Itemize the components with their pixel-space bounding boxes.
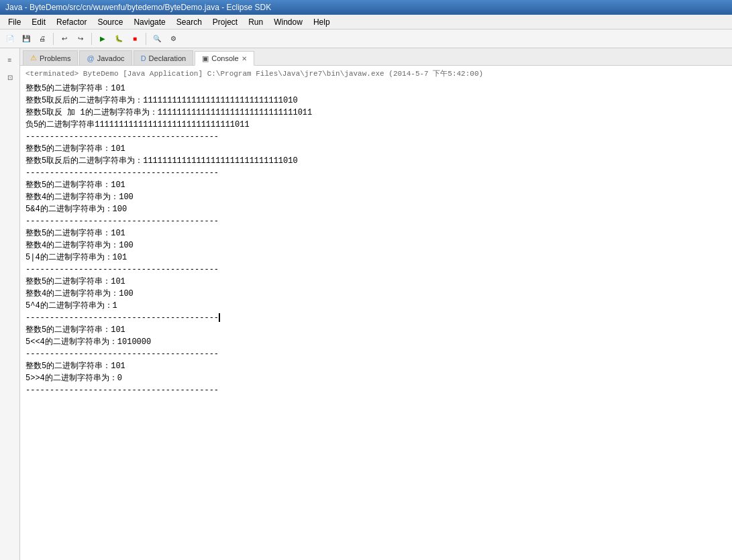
problems-icon: ⚠	[30, 54, 37, 62]
menu-source[interactable]: Source	[92, 16, 128, 28]
menu-window[interactable]: Window	[268, 16, 308, 28]
javadoc-icon: @	[87, 54, 94, 62]
console-line: ----------------------------------------	[25, 384, 727, 396]
console-icon: ▣	[202, 54, 209, 63]
console-line: 整数5的二进制字符串：101	[25, 227, 727, 239]
tab-problems[interactable]: ⚠ Problems	[23, 50, 78, 65]
console-area: <terminated> ByteDemo [Java Application]…	[20, 66, 732, 560]
toolbar: 📄 💾 🖨 ↩ ↪ ▶ 🐛 ■ 🔍 ⚙	[0, 30, 732, 48]
console-line: 整数5的二进制字符串：101	[25, 82, 727, 95]
menu-search[interactable]: Search	[171, 16, 207, 28]
tab-declaration[interactable]: D Declaration	[134, 50, 194, 65]
menu-bar: File Edit Refactor Source Navigate Searc…	[0, 15, 732, 30]
console-line: ----------------------------------------	[25, 167, 727, 179]
toolbar-undo[interactable]: ↩	[57, 32, 72, 46]
main-area: ⚠ Problems @ Javadoc D Declaration ▣ Con…	[20, 48, 732, 560]
toolbar-debug[interactable]: 🐛	[111, 32, 126, 46]
console-line: 整数5的二进制字符串：101	[25, 143, 727, 155]
tab-problems-label: Problems	[40, 54, 70, 62]
console-line: 5&4的二进制字符串为：100	[25, 203, 727, 215]
toolbar-new[interactable]: 📄	[3, 32, 17, 46]
menu-refactor[interactable]: Refactor	[51, 16, 92, 28]
console-line: 整数5的二进制字符串：101	[25, 324, 727, 336]
console-line: 整数4的二进制字符串为：100	[25, 288, 727, 300]
toolbar-stop[interactable]: ■	[127, 32, 142, 46]
side-btn-1[interactable]: ≡	[3, 52, 17, 67]
console-line: ----------------------------------------	[25, 264, 727, 276]
menu-run[interactable]: Run	[243, 16, 268, 28]
console-line: 5^4的二进制字符串为：1	[25, 300, 727, 312]
console-line: 整数5取反后的二进制字符串为：1111111111111111111111111…	[25, 95, 727, 107]
toolbar-redo[interactable]: ↪	[73, 32, 88, 46]
title-bar: Java - ByteDemo/src/cn/wuwenfu/bytedemo/…	[0, 0, 732, 15]
menu-help[interactable]: Help	[308, 16, 335, 28]
toolbar-run[interactable]: ▶	[95, 32, 110, 46]
console-line: 整数5取反 加 1的二进制字符串为：1111111111111111111111…	[25, 107, 727, 119]
left-panel: ≡ ⊡	[0, 48, 20, 560]
toolbar-search[interactable]: 🔍	[150, 32, 164, 46]
console-line: 整数5取反后的二进制字符串为：1111111111111111111111111…	[25, 155, 727, 167]
toolbar-print[interactable]: 🖨	[35, 32, 50, 46]
console-line: 整数5的二进制字符串：101	[25, 276, 727, 288]
side-btn-2[interactable]: ⊡	[3, 70, 17, 85]
console-line: 5>>4的二进制字符串为：0	[25, 372, 727, 384]
console-line: ----------------------------------------	[25, 312, 727, 324]
console-line: 整数4的二进制字符串为：100	[25, 239, 727, 251]
menu-project[interactable]: Project	[207, 16, 243, 28]
menu-navigate[interactable]: Navigate	[128, 16, 170, 28]
console-line: ----------------------------------------	[25, 215, 727, 227]
console-line: ----------------------------------------	[25, 131, 727, 143]
toolbar-save[interactable]: 💾	[19, 32, 34, 46]
menu-file[interactable]: File	[3, 16, 26, 28]
tabs-bar: ⚠ Problems @ Javadoc D Declaration ▣ Con…	[20, 48, 732, 66]
console-line: ----------------------------------------	[25, 348, 727, 360]
console-line: 5<<4的二进制字符串为：1010000	[25, 336, 727, 348]
tab-console[interactable]: ▣ Console ✕	[195, 51, 254, 66]
tab-console-label: Console	[211, 54, 238, 62]
declaration-icon: D	[141, 54, 146, 62]
toolbar-sep2	[91, 33, 92, 45]
console-lines: 整数5的二进制字符串：101整数5取反后的二进制字符串为：11111111111…	[25, 82, 727, 396]
console-close-icon[interactable]: ✕	[242, 55, 247, 62]
title-text: Java - ByteDemo/src/cn/wuwenfu/bytedemo/…	[5, 3, 271, 12]
tab-javadoc[interactable]: @ Javadoc	[79, 50, 132, 65]
console-line: 整数5的二进制字符串：101	[25, 360, 727, 372]
toolbar-sep3	[146, 33, 146, 45]
toolbar-settings[interactable]: ⚙	[166, 32, 180, 46]
tab-javadoc-label: Javadoc	[97, 54, 125, 62]
tab-declaration-label: Declaration	[149, 54, 187, 62]
console-line: 整数4的二进制字符串为：100	[25, 191, 727, 203]
console-line: 负5的二进制字符串1111111111111111111111111111101…	[25, 119, 727, 131]
console-line: 整数5的二进制字符串：101	[25, 179, 727, 191]
console-status: <terminated> ByteDemo [Java Application]…	[25, 68, 727, 80]
console-line: 5|4的二进制字符串为：101	[25, 251, 727, 264]
toolbar-sep1	[53, 33, 54, 45]
menu-edit[interactable]: Edit	[26, 16, 51, 28]
